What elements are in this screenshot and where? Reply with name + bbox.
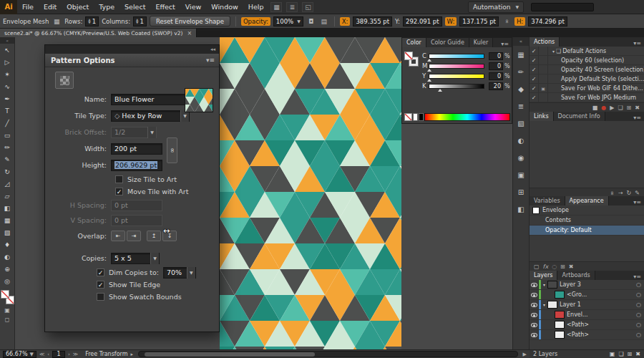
y-input[interactable]: 292.091 pt <box>403 16 442 26</box>
channel-value-input[interactable]: 0 <box>489 62 503 70</box>
type-tool[interactable]: T <box>0 105 14 117</box>
relink-icon[interactable]: ∞ <box>609 190 615 195</box>
record-icon[interactable]: ● <box>601 105 606 111</box>
make-clip-mask-icon[interactable]: ▣ <box>610 351 615 357</box>
graphic-styles-panel-icon[interactable]: ▣ <box>513 166 529 183</box>
link-dimensions-icon[interactable]: ∞ <box>503 16 509 26</box>
target-icon[interactable]: ○ <box>636 311 641 318</box>
lasso-tool[interactable]: ∿ <box>0 80 14 92</box>
layer-row[interactable]: Envel...○ <box>530 310 644 320</box>
w-input[interactable]: 137.175 pt <box>459 16 499 26</box>
tab-document-info[interactable]: Document Info <box>554 112 605 121</box>
overlap-top-front-button[interactable]: ↥ <box>147 231 161 241</box>
target-icon[interactable]: ○ <box>636 321 641 328</box>
copies-dropdown[interactable]: 5 x 5▼ <box>111 253 160 264</box>
visibility-toggle[interactable] <box>530 280 539 289</box>
channel-slider[interactable] <box>429 74 484 79</box>
screen-mode-icon[interactable]: ◻ <box>0 315 14 324</box>
modal-toggle[interactable] <box>539 74 548 83</box>
magic-wand-tool[interactable]: ✶ <box>0 68 14 80</box>
menu-edit[interactable]: Edit <box>39 0 62 14</box>
menu-view[interactable]: View <box>180 0 207 14</box>
new-set-icon[interactable]: ❏ <box>618 105 623 111</box>
channel-slider[interactable] <box>429 84 484 89</box>
gradient-panel-icon[interactable]: ▧ <box>513 115 529 132</box>
previous-artboard-icon[interactable]: ‹ <box>47 352 49 357</box>
visibility-toggle[interactable] <box>530 300 539 309</box>
width-input[interactable]: 200 pt <box>111 143 162 155</box>
collapse-icon[interactable]: ◂◂ <box>210 47 215 52</box>
panel-drag-bar[interactable]: ◂◂ <box>45 45 219 54</box>
channel-value-input[interactable]: 0 <box>489 72 503 80</box>
action-enable-checkbox[interactable]: ✓ <box>530 74 539 83</box>
delete-icon[interactable]: ✖ <box>569 263 574 270</box>
paintbrush-tool[interactable]: ✏ <box>0 141 14 153</box>
opacity-input[interactable]: 100%▼ <box>273 16 303 26</box>
new-action-icon[interactable]: ⊞ <box>627 105 632 111</box>
new-stroke-icon[interactable]: ▢ <box>534 263 540 270</box>
gradient-tool[interactable]: ▧ <box>0 226 14 238</box>
black-swatch[interactable] <box>419 113 424 121</box>
visibility-toggle[interactable] <box>530 330 539 339</box>
modal-toggle[interactable] <box>539 93 548 102</box>
tile-type-dropdown[interactable]: ◇Hex by Row▼ <box>111 110 190 122</box>
transparency-panel-icon[interactable]: ◐ <box>513 132 529 149</box>
next-artboard-icon[interactable]: › <box>68 352 70 357</box>
eyedropper-tool[interactable]: ♦ <box>0 238 14 251</box>
tab-links[interactable]: Links <box>530 112 554 121</box>
menu-type[interactable]: Type <box>94 0 119 14</box>
rectangle-tool[interactable]: ▭ <box>0 129 14 141</box>
height-input[interactable]: 206.9629 pt <box>111 160 162 171</box>
layer-row[interactable]: ▾Layer 1○ <box>530 300 644 310</box>
duplicate-item-icon[interactable]: ⊞ <box>560 263 565 270</box>
clear-appearance-icon[interactable]: ◌ <box>552 263 557 270</box>
new-layer-icon[interactable]: ⊞ <box>628 351 633 357</box>
modal-toggle[interactable] <box>539 65 548 74</box>
fill-color-swatch[interactable] <box>1 290 9 299</box>
menu-effect[interactable]: Effect <box>150 0 180 14</box>
pattern-tile-tool-button[interactable] <box>55 72 74 89</box>
target-icon[interactable]: ○ <box>636 291 641 298</box>
pathfinder-panel-icon[interactable]: ◧ <box>513 200 529 218</box>
panel-menu-icon[interactable]: ▾≡ <box>206 57 219 64</box>
scrollbar-thumb[interactable] <box>145 352 315 357</box>
blend-tool[interactable]: ◐ <box>0 251 14 263</box>
rotate-tool[interactable]: ↻ <box>0 165 14 178</box>
stepper-icon[interactable]: ▲▼ <box>136 19 138 24</box>
expander-icon[interactable]: ▾ <box>551 49 556 54</box>
artboard-number-input[interactable]: 1 <box>52 351 65 358</box>
visibility-toggle[interactable] <box>530 320 539 329</box>
go-to-link-icon[interactable]: → <box>618 190 623 196</box>
stop-icon[interactable]: ■ <box>592 105 598 111</box>
layer-row[interactable]: <Path>○ <box>530 330 644 340</box>
layer-row[interactable]: <Gro...○ <box>530 290 644 300</box>
close-icon[interactable]: × <box>187 30 192 37</box>
action-row[interactable]: ✓▣Save For Web GIF 64 Dithe... <box>530 84 644 93</box>
view-options-icon[interactable]: ≣ <box>286 2 298 12</box>
overlap-right-front-button[interactable]: ⇥ <box>127 231 141 241</box>
target-icon[interactable]: ○ <box>636 301 641 308</box>
stroke-panel-icon[interactable]: ≣ <box>513 97 529 115</box>
stepper-icon[interactable]: ▲▼ <box>88 19 90 24</box>
align-panel-icon[interactable]: ⊞ <box>513 183 529 200</box>
tab-layers[interactable]: Layers <box>530 271 557 280</box>
slider-marker[interactable] <box>427 69 431 72</box>
collapse-icon[interactable]: « <box>0 37 14 44</box>
size-tile-checkbox[interactable] <box>115 175 123 183</box>
channel-slider[interactable] <box>429 54 484 59</box>
appearance-panel-icon[interactable]: ◉ <box>513 149 529 166</box>
hand-tool[interactable]: ⊕ <box>0 263 14 275</box>
channel-value-input[interactable]: 20 <box>489 82 503 90</box>
expand-panels-icon[interactable]: « <box>513 37 529 46</box>
horizontal-scrollbar[interactable] <box>138 351 518 357</box>
swatches-panel-icon[interactable]: ▦ <box>513 46 529 63</box>
search-input[interactable] <box>531 3 594 11</box>
show-tile-edge-checkbox[interactable]: ✓ <box>97 281 104 289</box>
layer-row[interactable]: ▾Layer 3○ <box>530 280 644 290</box>
dim-copies-dropdown[interactable]: 70%▼ <box>163 267 196 279</box>
tab-kuler[interactable]: Kuler <box>469 38 493 47</box>
panel-menu-icon[interactable]: ▾≡ <box>633 274 644 280</box>
pencil-tool[interactable]: ✎ <box>0 153 14 165</box>
scale-tool[interactable]: ◿ <box>0 178 14 190</box>
channel-value-input[interactable]: 0 <box>489 52 503 60</box>
